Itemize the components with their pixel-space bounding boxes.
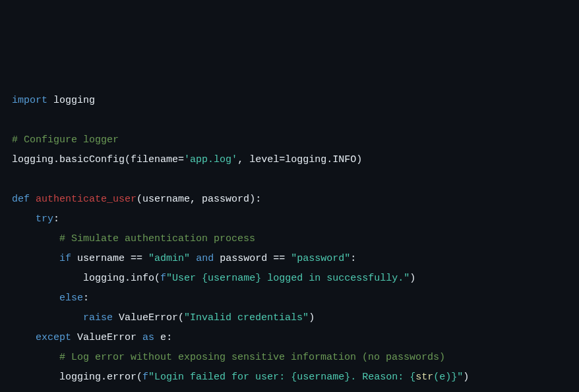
function-call: basicConfig <box>59 154 125 165</box>
identifier: e <box>160 332 166 343</box>
punct: ) <box>410 273 415 284</box>
keyword-import: import <box>12 95 47 106</box>
punct: ( <box>178 312 184 323</box>
keyword-raise: raise <box>83 312 113 323</box>
keyword-if: if <box>59 253 71 264</box>
string: 'app.log' <box>184 154 237 165</box>
punct: : <box>53 213 59 225</box>
identifier: logging <box>59 372 101 383</box>
punct: = <box>279 154 285 165</box>
keyword-as: as <box>142 332 154 343</box>
punct: . <box>53 154 59 165</box>
string: "password" <box>291 253 350 264</box>
class: ValueError <box>119 312 178 323</box>
constant: INFO <box>332 154 356 165</box>
punct: . <box>101 372 107 383</box>
punct: ) <box>463 372 469 383</box>
punct: ( <box>125 154 131 165</box>
string: "Invalid credentials" <box>184 312 309 323</box>
kwarg: filename <box>131 154 178 165</box>
keyword-else: else <box>59 293 83 304</box>
keyword-def: def <box>12 194 30 205</box>
fstring: (e)}" <box>433 372 463 383</box>
punct: : <box>83 293 89 304</box>
code-block: import logging # Configure logger loggin… <box>12 91 567 392</box>
punct: , <box>190 194 202 205</box>
param: username <box>142 194 190 205</box>
fstring-prefix: f <box>160 273 166 284</box>
identifier: username <box>77 253 125 264</box>
operator: == <box>131 253 142 264</box>
string: "admin" <box>148 253 190 264</box>
keyword-try: try <box>36 213 53 225</box>
method: error <box>107 372 137 383</box>
punct: , <box>237 154 249 165</box>
punct: = <box>178 154 184 165</box>
punct: ) <box>356 154 362 165</box>
fstring-prefix: f <box>142 372 148 383</box>
punct: . <box>125 273 131 284</box>
class: ValueError <box>77 332 137 343</box>
punct: : <box>166 332 172 343</box>
method: info <box>131 273 154 284</box>
identifier: logging <box>12 154 53 165</box>
punct: ( <box>154 273 160 284</box>
punct: ( <box>137 194 142 205</box>
param: password <box>202 194 249 205</box>
kwarg: level <box>249 154 279 165</box>
punct: . <box>326 154 332 165</box>
comment: # Log error without exposing sensitive i… <box>59 352 445 363</box>
fstring: "Login failed for user: {username}. Reas… <box>148 372 415 383</box>
punct: : <box>350 253 356 264</box>
builtin: str <box>415 372 433 383</box>
punct: ): <box>249 194 261 205</box>
identifier: logging <box>83 273 125 284</box>
identifier: logging <box>285 154 326 165</box>
comment: # Simulate authentication process <box>59 233 255 244</box>
keyword-and: and <box>196 253 214 264</box>
module-logging: logging <box>53 95 95 106</box>
identifier: password <box>220 253 267 264</box>
function-name: authenticate_user <box>36 194 137 205</box>
punct: ) <box>309 312 315 323</box>
keyword-except: except <box>36 332 71 343</box>
comment: # Configure logger <box>12 134 119 146</box>
fstring: "User {username} logged in successfully.… <box>166 273 410 284</box>
punct: ( <box>137 372 142 383</box>
operator: == <box>273 253 285 264</box>
